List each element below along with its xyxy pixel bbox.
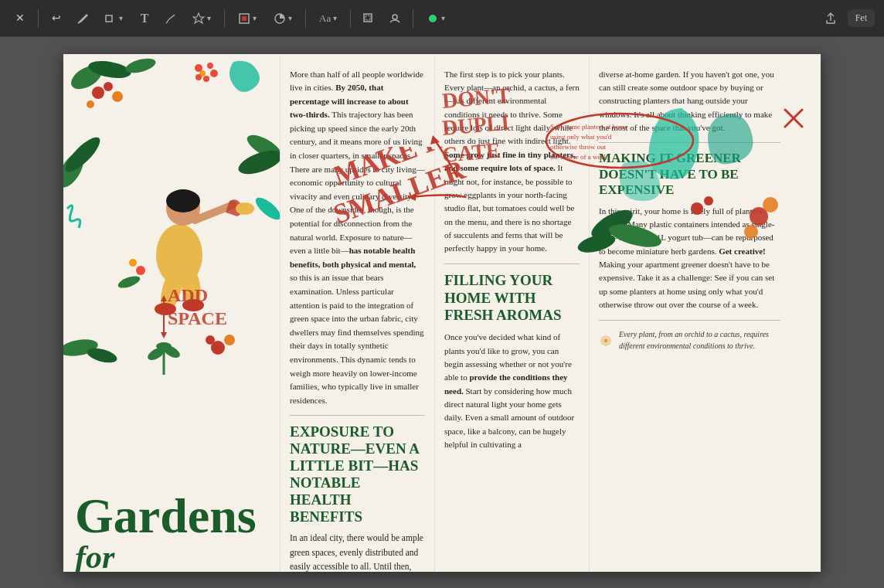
diverse-garden-text: diverse at-home garden. If you haven't g… (599, 68, 780, 135)
toolbar: ✕ ↩ ▾ T ▾ ▾ ▾ Aa ▾ ▾ (0, 0, 884, 37)
border-dropdown[interactable]: ▾ (232, 9, 263, 28)
col-main-text: More than half of all people worldwide l… (280, 54, 434, 572)
svg-point-18 (207, 63, 213, 69)
caption-text: Every plant, from an orchid to a cactus,… (619, 328, 780, 352)
col-plant-info: The first step is to pick your plants. E… (434, 54, 589, 572)
svg-point-35 (136, 266, 145, 275)
svg-point-14 (112, 91, 123, 102)
illustration-svg (63, 54, 280, 379)
close-button[interactable]: ✕ (9, 8, 31, 29)
page-content: Gardens for Small Spaces Gardens for Sma… (63, 54, 280, 572)
svg-point-49 (156, 342, 172, 350)
separator-3 (305, 9, 306, 28)
making-greener-heading: MAKING IT GREENER DOESN'T HAVE TO BE EXP… (599, 151, 780, 198)
separator-5 (413, 9, 413, 28)
svg-point-13 (104, 82, 113, 91)
svg-point-63 (604, 338, 607, 342)
svg-rect-6 (366, 15, 370, 20)
color-dropdown[interactable]: ▾ (420, 9, 451, 28)
making-greener-body: In this spirit, your home is likely full… (599, 205, 780, 312)
done-button[interactable]: Fet (848, 9, 875, 27)
intro-paragraph: More than half of all people worldwide l… (290, 68, 425, 408)
caption-block: Every plant, from an orchid to a cactus,… (599, 328, 780, 353)
page: Gardens for Small Spaces Gardens for Sma… (63, 54, 821, 572)
svg-point-12 (92, 87, 104, 99)
svg-point-40 (253, 194, 280, 223)
adjust-dropdown[interactable]: ▾ (267, 9, 298, 28)
svg-point-7 (393, 15, 397, 19)
flower-icon (599, 328, 613, 353)
exposure-body: In an ideal city, there would be ample g… (290, 531, 425, 571)
svg-marker-1 (193, 13, 204, 23)
divider-col3 (444, 263, 580, 264)
svg-point-27 (166, 189, 200, 212)
title-block: Gardens for Small Spaces Gardens for Sma… (75, 491, 272, 572)
separator-4 (350, 9, 351, 28)
svg-point-43 (206, 335, 215, 345)
svg-point-28 (185, 206, 189, 211)
filling-body: Once you've decided what kind of plants … (444, 331, 580, 451)
font-dropdown[interactable]: Aa ▾ (313, 9, 343, 28)
svg-point-30 (236, 202, 254, 215)
divider-caption (599, 320, 780, 321)
svg-point-37 (117, 274, 141, 291)
svg-rect-3 (242, 16, 246, 21)
text-icon[interactable]: T (134, 8, 155, 29)
share-icon[interactable] (820, 8, 842, 29)
svg-point-33 (155, 303, 176, 315)
svg-point-15 (87, 100, 94, 108)
crop-icon[interactable] (358, 8, 379, 29)
svg-point-19 (210, 70, 218, 77)
svg-point-23 (63, 132, 104, 176)
separator-2 (224, 9, 225, 28)
shapes-dropdown[interactable]: ▾ (98, 9, 129, 28)
stamp-dropdown[interactable]: ▾ (186, 9, 217, 28)
svg-point-36 (129, 259, 137, 267)
plant-info-text: The first step is to pick your plants. E… (444, 68, 580, 256)
divider (290, 415, 425, 416)
page-title: Gardens for Small Spaces Gardens for Sma… (75, 491, 272, 572)
document-area: Gardens for Small Spaces Gardens for Sma… (0, 37, 884, 588)
exposure-heading: EXPOSURE TO NATURE—EVEN A LITTLE BIT—HAS… (290, 423, 425, 525)
separator-1 (38, 9, 39, 28)
filling-heading: FILLING YOUR HOME WITH FRESH AROMAS (444, 272, 580, 325)
description-icon[interactable] (384, 8, 406, 29)
toolbar-right: Fet (820, 8, 875, 29)
svg-point-8 (429, 15, 437, 22)
svg-point-17 (195, 64, 202, 72)
col-illustration: Gardens for Small Spaces Gardens for Sma… (63, 54, 280, 572)
divider-col4 (599, 142, 780, 143)
annotate-icon[interactable] (72, 8, 94, 29)
svg-point-20 (203, 76, 209, 82)
pen-icon[interactable] (160, 8, 182, 29)
svg-point-21 (196, 74, 202, 80)
svg-point-42 (224, 335, 235, 345)
col-making-greener: diverse at-home garden. If you haven't g… (589, 54, 790, 572)
undo-icon[interactable]: ↩ (46, 8, 67, 29)
svg-point-34 (182, 299, 204, 311)
svg-rect-0 (106, 15, 112, 22)
